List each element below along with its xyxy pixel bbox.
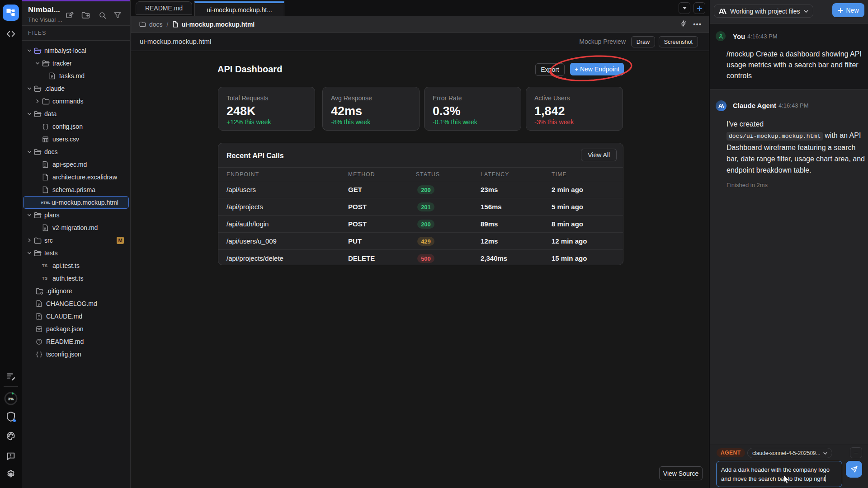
svg-text:3%: 3% <box>8 397 14 401</box>
